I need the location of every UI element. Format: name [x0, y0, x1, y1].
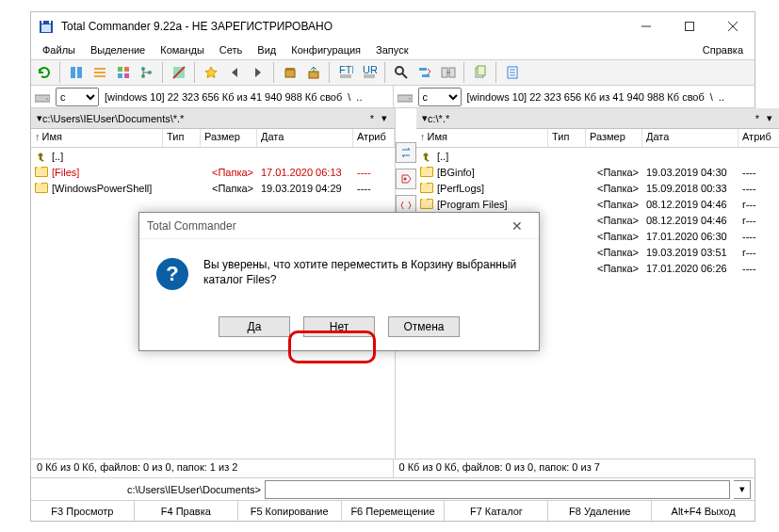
dialog-message: Вы уверены, что хотите переместить в Кор… [203, 258, 522, 287]
menu-view[interactable]: Вид [250, 42, 284, 57]
right-columns[interactable]: Имя Тип Размер Дата Атриб [416, 129, 779, 148]
col-date[interactable]: Дата [257, 129, 353, 147]
f8-button[interactable]: F8 Удаление [548, 501, 652, 521]
svg-rect-5 [686, 23, 694, 31]
menubar: Файлы Выделение Команды Сеть Вид Конфигу… [31, 40, 755, 59]
tree-icon[interactable] [136, 61, 158, 84]
file-row[interactable]: ⮬[..] [31, 148, 395, 164]
menu-selection[interactable]: Выделение [83, 42, 153, 57]
col-size[interactable]: Размер [201, 129, 257, 147]
file-row[interactable]: [Program Files]<Папка>08.12.2019 04:46r-… [416, 196, 779, 212]
cmdline-history-icon[interactable]: ▾ [734, 480, 751, 499]
file-row[interactable]: [BGinfo]<Папка>19.03.2019 04:30---- [416, 164, 779, 180]
file-row[interactable]: [WindowsPowerShell]<Папка>19.03.2019 04:… [31, 180, 395, 196]
left-columns[interactable]: Имя Тип Размер Дата Атриб [31, 129, 395, 148]
full-view-icon[interactable] [89, 61, 111, 84]
f6-button[interactable]: F6 Перемещение [342, 501, 446, 521]
close-button[interactable] [711, 12, 755, 40]
unpack-icon[interactable] [302, 61, 325, 84]
col-attr[interactable]: Атриб [738, 129, 779, 147]
window-title: Total Commander 9.22a - НЕ ЗАРЕГИСТРИРОВ… [61, 20, 625, 33]
f5-button[interactable]: F5 Копирование [238, 501, 342, 521]
cancel-button[interactable]: Отмена [388, 316, 460, 337]
url-icon[interactable]: URL [358, 61, 381, 84]
multi-rename-icon[interactable] [414, 61, 436, 84]
invert-icon[interactable] [168, 61, 190, 84]
cmdline-input[interactable] [265, 480, 730, 499]
file-row[interactable]: [PerfLogs]<Папка>15.09.2018 00:33---- [416, 180, 779, 196]
right-pathbar[interactable]: ▾ c:\*.* * ▾ [416, 108, 779, 129]
drive-up-button[interactable]: .. [719, 91, 724, 103]
swap-panels-icon[interactable] [396, 142, 416, 163]
right-status: 0 Кб из 0 Кб, файлов: 0 из 0, папок: 0 и… [394, 459, 755, 477]
forward-icon[interactable] [247, 61, 269, 84]
menu-start[interactable]: Запуск [368, 42, 415, 57]
svg-point-28 [396, 67, 403, 74]
drive-root-button[interactable]: \ [348, 91, 350, 103]
menu-config[interactable]: Конфигурация [284, 42, 368, 57]
col-size[interactable]: Размер [586, 129, 642, 147]
yes-button[interactable]: Да [219, 316, 290, 337]
col-attr[interactable]: Атриб [353, 129, 395, 147]
col-name[interactable]: Имя [416, 129, 548, 147]
svg-rect-35 [478, 66, 485, 75]
svg-rect-22 [285, 68, 295, 71]
drive-up-button[interactable]: .. [356, 91, 362, 103]
menu-files[interactable]: Файлы [35, 42, 83, 57]
notepad-icon[interactable] [501, 61, 524, 84]
app-icon [39, 19, 54, 34]
svg-rect-3 [41, 24, 51, 32]
svg-rect-10 [94, 68, 105, 70]
back-icon[interactable] [223, 61, 246, 84]
drive-root-button[interactable]: \ [710, 91, 713, 103]
minimize-button[interactable] [625, 12, 668, 40]
menu-net[interactable]: Сеть [212, 42, 250, 57]
dialog-close-icon[interactable]: ✕ [503, 218, 531, 234]
col-name[interactable]: Имя [31, 129, 163, 147]
search-icon[interactable] [390, 61, 413, 84]
left-pathbar[interactable]: ▾ c:\Users\IEUser\Documents\*.* * ▾ [31, 108, 395, 129]
star-icon[interactable] [200, 61, 222, 84]
svg-rect-1 [41, 21, 43, 24]
toolbar: FTP URL [31, 59, 755, 86]
favorites-icon[interactable]: * [752, 113, 763, 124]
col-date[interactable]: Дата [642, 129, 738, 147]
maximize-button[interactable] [668, 12, 711, 40]
file-row[interactable]: [Files]<Папка>17.01.2020 06:13---- [31, 164, 395, 180]
sync-icon[interactable] [437, 61, 460, 84]
svg-rect-8 [71, 67, 75, 78]
svg-rect-16 [124, 73, 129, 78]
history-icon[interactable]: ▾ [378, 112, 391, 124]
right-drive-select[interactable]: c [418, 88, 462, 106]
brief-view-icon[interactable] [65, 61, 88, 84]
f4-button[interactable]: F4 Правка [135, 501, 238, 521]
col-type[interactable]: Тип [163, 129, 201, 147]
menu-help[interactable]: Справка [695, 42, 751, 57]
refresh-icon[interactable] [33, 61, 56, 84]
cmdline-label: c:\Users\IEUser\Documents> [35, 484, 261, 495]
f7-button[interactable]: F7 Каталог [445, 501, 548, 521]
svg-rect-12 [94, 75, 105, 77]
left-drive-select[interactable]: c [56, 88, 99, 106]
right-drive-label: [windows 10] 22 323 656 Кб из 41 940 988… [467, 91, 705, 103]
svg-rect-31 [422, 74, 430, 77]
svg-text:FTP: FTP [339, 65, 353, 75]
left-drive-label: [windows 10] 22 323 656 Кб из 41 940 988… [105, 91, 342, 103]
menu-commands[interactable]: Команды [153, 42, 212, 57]
thumbnails-icon[interactable] [112, 61, 135, 84]
f3-button[interactable]: F3 Просмотр [31, 501, 135, 521]
drivebar: c [windows 10] 22 323 656 Кб из 41 940 9… [31, 86, 755, 108]
statusbar: 0 Кб из 0 Кб, файлов: 0 из 0, папок: 1 и… [31, 459, 755, 477]
col-type[interactable]: Тип [548, 129, 586, 147]
function-keys: F3 Просмотр F4 Правка F5 Копирование F6 … [31, 500, 755, 521]
pack-icon[interactable] [279, 61, 301, 84]
favorites-icon[interactable]: * [366, 113, 378, 124]
target-equals-source-icon[interactable] [396, 169, 416, 189]
left-status: 0 Кб из 0 Кб, файлов: 0 из 0, папок: 1 и… [31, 459, 394, 477]
altf4-button[interactable]: Alt+F4 Выход [652, 501, 755, 521]
copy-names-icon[interactable] [469, 61, 492, 84]
ftp-icon[interactable]: FTP [334, 61, 357, 84]
no-button[interactable]: Нет [303, 316, 375, 337]
file-row[interactable]: ⮬[..] [416, 148, 779, 164]
history-icon[interactable]: ▾ [763, 112, 776, 124]
